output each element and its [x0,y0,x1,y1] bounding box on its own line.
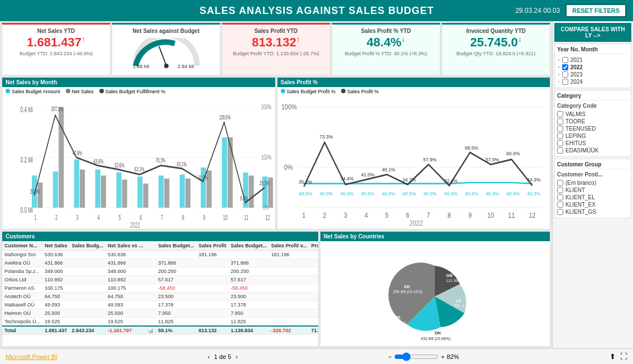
svg-text:2022: 2022 [409,219,423,227]
svg-text:100%: 100% [261,154,271,161]
svg-text:40.0%: 40.0% [402,191,416,197]
table-cell [196,276,229,284]
compare-sales-button[interactable]: COMPARE SALES WITH LY --> [554,23,631,42]
cg-klient-el-checkbox[interactable] [557,194,563,200]
table-cell: 17.378 [228,301,269,309]
svg-rect-25 [185,179,190,208]
footer-zoom: − + 82% [388,352,459,361]
cat-edasimyyk-label: EDASIMÜÜK [565,147,598,154]
svg-text:9: 9 [203,214,205,222]
charts-row: Net Sales by Month Sales Budget Amount N… [0,77,552,231]
table-cell: 49.093 [106,301,145,309]
total-cell: 📊 [145,326,156,335]
kpi-profit-value: 813.132↑ [227,35,325,50]
map-title: Net Sales by Countries [320,232,550,241]
table-cell: 57.617 [228,276,269,284]
year-2022-label: 2022 [570,64,583,70]
svg-rect-20 [137,176,142,208]
table-cell: 64.750 [106,293,145,301]
power-bi-link[interactable]: Microsoft Power BI [6,353,57,360]
svg-text:0%: 0% [263,204,268,212]
total-cell: 59.1% [156,326,196,335]
table-cell [70,276,106,284]
reset-filters-button[interactable]: RESET FILTERS [565,4,626,17]
svg-text:57.9%: 57.9% [423,157,437,163]
table-row: Heimon OÜ25.50025.5007.9507.950 [2,309,318,318]
total-cell: 2.843.234 [70,326,106,335]
kpi-budget-title: Net Sales against Budget [117,28,215,34]
year-section-title: Year No. Month [557,46,629,54]
zoom-out-icon[interactable]: − [388,353,391,360]
zoom-in-icon[interactable]: + [441,353,444,360]
table-row: Parmeron AS100.175100.175-58.450-58.450 [2,284,318,293]
cg-klient-gs-checkbox[interactable] [557,209,563,215]
svg-text:40.4%: 40.4% [506,191,520,197]
profit-chart-area: 100% 0% 35.2% 73.3% [277,96,550,229]
year-2024-label: 2024 [570,79,583,85]
chevron-icon: › [558,58,560,63]
cg-klient-label: KLIENT [565,187,585,193]
svg-rect-17 [101,175,106,208]
nav-next-icon[interactable]: › [236,353,238,360]
col-sales-profit: Sales Profit [196,241,229,251]
sales-chart-legend: Sales Budget Amount Net Sales Sales Budg… [2,87,275,96]
table-cell: 64.750 [42,293,70,301]
table-cell: 11.825 [156,318,196,327]
table-cell: 110.892 [106,276,145,284]
svg-text:12: 12 [529,211,535,219]
svg-text:LV: LV [456,298,462,303]
year-item-2021: › 2021 [557,56,629,64]
svg-text:138.6%: 138.6% [219,114,231,121]
table-cell: 49.093 [42,301,70,309]
page-info: 1 de 5 [214,353,232,360]
table-cell: Orkos Ltd [2,276,42,284]
cat-toore-checkbox[interactable] [557,118,563,124]
table-cell: 11.825 [228,318,269,327]
col-net-sales: Net Sales [42,241,70,251]
cg-klient-ex: KLIENT_EX [557,201,629,208]
cat-ehitus-checkbox[interactable] [557,140,563,146]
cg-klient-ex-checkbox[interactable] [557,202,563,208]
kpi-profit-title: Sales Profit YTD [227,28,325,34]
table-cell: 530.636 [106,251,145,259]
cat-edasimyyk-checkbox[interactable] [557,147,563,154]
svg-rect-16 [95,170,100,208]
table-header-row: Customer N... Net Sales Sales Budg... Ne… [2,241,318,251]
table-cell: 181.196 [269,251,309,259]
cat-valmis-checkbox[interactable] [557,111,563,117]
year-2021-checkbox[interactable] [562,57,568,63]
table-row: Polandia Sp.z...349.000349.000200.250200… [2,267,318,276]
cat-teenused-checkbox[interactable] [557,126,563,132]
table-cell [70,301,106,309]
year-2024-checkbox[interactable] [562,79,568,85]
year-2022-checkbox[interactable] [562,64,568,70]
svg-text:7: 7 [426,211,430,219]
table-cell: 200.250 [156,267,196,276]
table-cell [269,276,309,284]
cg-klient-el: KLIENT_EL [557,194,629,201]
customers-table-container[interactable]: Customer N... Net Sales Sales Budg... Ne… [2,241,318,346]
table-cell [145,301,156,309]
share-icon[interactable]: ⬆ [610,352,616,361]
zoom-slider[interactable] [394,352,439,361]
svg-text:10: 10 [487,211,494,219]
table-cell: 181.196 [196,251,229,259]
kpi-row: Net Sales YTD 1.681.437↑ Budget YTD: 2.8… [0,21,552,77]
cg-klient-checkbox[interactable] [557,187,563,193]
sales-by-month-panel: Net Sales by Month Sales Budget Amount N… [2,77,276,229]
footer-nav: ‹ 1 de 5 › [208,353,238,360]
svg-rect-31 [249,175,254,208]
year-2023-checkbox[interactable] [562,71,568,78]
svg-text:4: 4 [364,211,367,219]
svg-text:2: 2 [323,211,326,219]
svg-rect-23 [164,179,169,208]
table-cell [70,318,106,327]
cg-embranco-checkbox[interactable] [557,180,563,186]
cat-valmis: VALMIS [557,111,629,118]
sales-chart-svg: 0.4 Mi 0.2 Mi 0.0 Mi [4,97,273,228]
cat-leping-checkbox[interactable] [557,133,563,139]
col-net-sales-vs: Net Sales vs ... [106,241,145,251]
fullscreen-icon[interactable]: ⛶ [620,352,627,361]
nav-prev-icon[interactable]: ‹ [208,353,210,360]
footer-icons: ⬆ ⛶ [610,352,627,361]
